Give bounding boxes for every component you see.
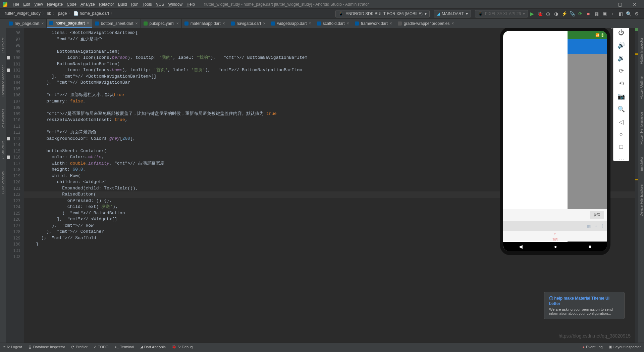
tool-panel-tab[interactable]: Device File Explorer [639,181,643,219]
apps-icon[interactable]: ▦ [587,224,591,228]
close-icon[interactable]: × [263,21,265,26]
menu-window[interactable]: Window [166,1,184,8]
close-icon[interactable]: × [87,21,89,26]
emu-camera-icon[interactable]: 📷 [618,93,625,100]
bottom-tool-tab[interactable]: ◢Dart Analysis [140,345,166,349]
notification-balloon[interactable]: ⓘ help make Material Theme UI better We … [544,292,625,319]
hot-reload-icon[interactable]: ⚡ [561,11,568,16]
close-icon[interactable]: × [451,21,454,26]
stop-icon[interactable]: ■ [585,11,592,16]
menu-tools[interactable]: Tools [141,1,154,8]
back-icon[interactable]: ◀ [519,244,523,249]
breadcrumb-item[interactable]: page [57,11,68,16]
sdk-manager-icon[interactable]: ▫ [609,11,616,16]
editor-tab[interactable]: framework.dart× [352,19,395,28]
emu-power-icon[interactable]: ⏻ [618,29,624,36]
menu-vcs[interactable]: VCS [154,1,166,8]
breadcrumb-item[interactable]: lib [46,11,53,16]
bottom-tool-tab[interactable]: 🐞5: Debug [172,345,193,349]
right-tool-strip[interactable]: Flutter InspectorFlutter OutlineFlutter … [638,28,644,343]
emu-home-icon[interactable]: ○ [620,131,623,138]
breadcrumb-item[interactable]: 📄 home_page.dart [72,11,110,16]
close-icon[interactable]: × [309,21,311,26]
emu-zoom-icon[interactable]: 🔍 [618,105,625,113]
left-tool-strip[interactable]: 1: ProjectResource Manager2: Favorites7:… [0,28,6,343]
tool-panel-tab[interactable]: 7: Structure [1,138,5,162]
home-circle-icon[interactable]: ● [554,244,557,249]
emu-vol-up-icon[interactable]: 🔊 [618,42,625,49]
plus-icon[interactable]: ＋ [594,223,598,229]
close-icon[interactable]: ✕ [628,2,641,7]
emu-rotate-right-icon[interactable]: ⟲ [619,80,624,87]
menu-analyze[interactable]: Analyze [78,1,97,8]
close-icon[interactable]: × [176,21,179,26]
tool-panel-tab[interactable]: 2: Favorites [1,106,5,131]
phone-screen[interactable]: ◯ ◉📶 🔋 发送 ▦ ＋ ᛒ ⌂ [503,31,607,251]
bottom-tool-tab[interactable]: >_Terminal [115,345,134,349]
settings-icon[interactable]: ⚙ [633,11,640,16]
menu-navigate[interactable]: Navigate [45,1,65,8]
menu-run[interactable]: Run [129,1,141,8]
menu-edit[interactable]: Edit [21,1,32,8]
send-button[interactable]: 发送 [590,211,604,219]
emu-vol-down-icon[interactable]: 🔉 [618,54,625,62]
debug-icon[interactable]: 🐞 [537,11,543,16]
editor-tab[interactable]: material\app.dart× [182,19,228,28]
editor-tab[interactable]: pubspec.yaml× [141,19,182,28]
search-icon[interactable]: 🔍 [625,11,632,16]
bluetooth-icon[interactable]: ᛒ [601,224,604,228]
menu-file[interactable]: File [11,1,21,8]
layout-inspector-tab[interactable]: ▣Layout Inspector [609,345,641,349]
close-icon[interactable]: × [223,21,225,26]
emu-back-icon[interactable]: ◁ [619,118,624,126]
close-icon[interactable]: × [390,21,392,26]
run-icon[interactable]: ▶ [529,11,535,16]
editor-tab[interactable]: scaffold.dart× [314,19,352,28]
emu-overview-icon[interactable]: □ [620,143,623,150]
menu-build[interactable]: Build [116,1,129,8]
editor-tab[interactable]: navigator.dart× [228,19,269,28]
tool-panel-tab[interactable]: Emulator [639,154,643,174]
tool-panel-tab[interactable]: 1: Project [1,35,5,56]
profile-icon[interactable]: ◑ [553,11,559,16]
tool-panel-tab[interactable]: Flutter Inspector [639,35,643,67]
bottom-tool-tab[interactable]: ◔Profiler [71,345,88,349]
emu-more-icon[interactable]: ⋯ [618,156,624,163]
bottom-tool-tab[interactable]: ≡6: Logcat [3,345,22,349]
device-selector[interactable]: 📱 ANDROID SDK BUILT FOR X86 (MOBILE) ▾ [335,10,430,17]
tool-panel-tab[interactable]: Flutter Performance [639,109,643,147]
bottom-tool-tab[interactable]: ✓TODO [94,345,109,349]
breadcrumb-item[interactable]: flutter_widget_study [3,11,42,16]
close-icon[interactable]: × [41,21,44,26]
close-icon[interactable]: × [347,21,349,26]
restart-icon[interactable]: ⟳ [577,11,584,16]
run-config-selector[interactable]: ◢ MAIN.DART ▾ [434,10,471,17]
bottom-tool-tab[interactable]: 🗄Database Inspector [28,345,65,349]
menu-view[interactable]: View [32,1,45,8]
emulator-close-icon[interactable]: ✕ [610,28,614,30]
tool-panel-tab[interactable]: Flutter Outline [639,74,643,102]
attach-icon[interactable]: 📎 [569,11,576,16]
emulator-selector[interactable]: 📱 PIXEL 3A XL API 26 ▾ [475,10,528,17]
android-navbar[interactable]: ◀ ● ■ [503,242,607,251]
devtools-grid-icon[interactable]: ▦ [593,11,600,16]
editor-tab[interactable]: widgets\app.dart× [268,19,314,28]
resource-icon[interactable]: ◧ [617,11,624,16]
close-icon[interactable]: × [136,21,138,26]
error-stripe[interactable] [635,28,638,343]
minimize-icon[interactable]: — [598,2,612,7]
menu-help[interactable]: Help [184,1,197,8]
tool-panel-tab[interactable]: Build Variants [1,169,5,196]
tool-panel-tab[interactable]: Resource Manager [1,62,5,99]
menu-refactor[interactable]: Refactor [97,1,116,8]
editor-tab[interactable]: gradle-wrapper.properties× [395,19,457,28]
emu-rotate-left-icon[interactable]: ⟳ [619,67,624,75]
bottom-nav[interactable]: ⌂ 首页 [503,231,607,241]
event-log-tab[interactable]: ●Event Log [582,345,602,349]
editor-tab[interactable]: home_page.dart× [47,19,92,28]
menu-code[interactable]: Code [65,1,78,8]
recents-icon[interactable]: ■ [589,244,591,249]
editor-tab[interactable]: my_page.dart× [6,19,47,28]
maximize-icon[interactable]: ▢ [613,2,627,7]
coverage-icon[interactable]: ◷ [545,11,551,16]
